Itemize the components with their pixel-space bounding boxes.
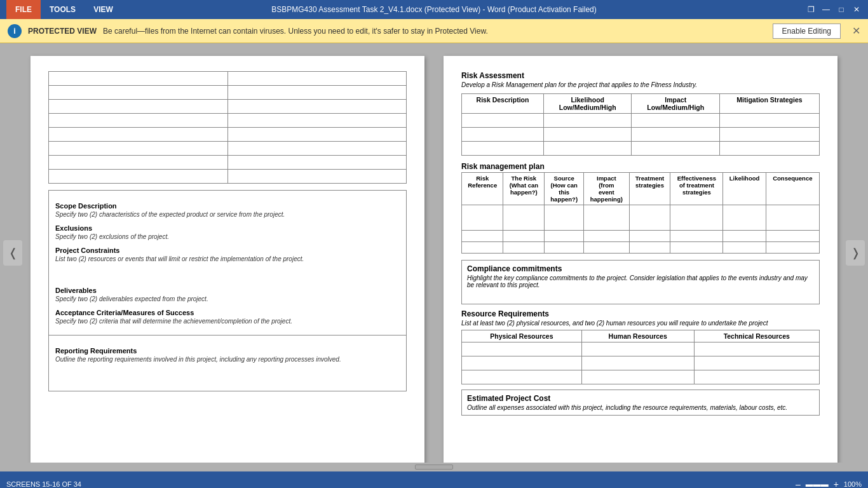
resource-subtitle: List at least two (2) physical resources…: [461, 320, 820, 327]
protected-label: PROTECTED VIEW: [28, 27, 97, 36]
res-col3: Technical Resources: [694, 330, 819, 342]
resource-table: Physical Resources Human Resources Techn…: [461, 330, 820, 384]
exclusions-title: Exclusions: [55, 224, 400, 232]
risk-assessment-table: Risk Description LikelihoodLow/Medium/Hi…: [461, 93, 820, 156]
tab-tools[interactable]: TOOLS: [41, 0, 85, 19]
risk-assessment-subtitle: Develop a Risk Management plan for the p…: [461, 81, 820, 88]
rm-col1: RiskReference: [462, 173, 503, 205]
resource-requirements-section: Resource Requirements List at least two …: [461, 309, 820, 384]
exclusions-subtitle: Specify two (2) exclusions of the projec…: [55, 233, 400, 240]
estimated-cost-section: Estimated Project Cost Outline all expen…: [461, 390, 820, 416]
acceptance-subtitle: Specify two (2) criteria that will deter…: [55, 318, 400, 325]
res-col2: Human Resources: [581, 330, 694, 342]
rm-col2: The Risk(What canhappen?): [503, 173, 545, 205]
close-protected-bar[interactable]: ✕: [852, 25, 860, 37]
rm-col5: Treatmentstrategies: [629, 173, 670, 205]
document-area: ❬ Scope Description Specify two (2) char…: [0, 43, 868, 463]
acceptance-title: Acceptance Criteria/Measures of Success: [55, 309, 400, 316]
protected-view-bar: i PROTECTED VIEW Be careful—files from t…: [0, 19, 868, 43]
zoom-plus[interactable]: +: [834, 479, 839, 488]
rm-col7: Likelihood: [723, 173, 766, 205]
header-table: [48, 71, 407, 184]
rm-col3: Source(How canthishappen?): [545, 173, 584, 205]
rm-col4: Impact(fromeventhappening): [584, 173, 630, 205]
cost-title: Estimated Project Cost: [467, 394, 814, 403]
deliverables-subtitle: Specify two (2) deliverables expected fr…: [55, 295, 400, 302]
zoom-slider[interactable]: ▬▬▬: [806, 480, 829, 488]
cost-subtitle: Outline all expenses associated with thi…: [467, 404, 814, 411]
rm-col8: Consequence: [766, 173, 819, 205]
left-page: Scope Description Specify two (2) charac…: [31, 56, 424, 463]
risk-management-section: Risk management plan RiskReference The R…: [461, 162, 820, 254]
res-col1: Physical Resources: [462, 330, 582, 342]
risk-assessment-section: Risk Assessment Develop a Risk Managemen…: [461, 71, 820, 156]
constraints-title: Project Constraints: [55, 247, 400, 254]
zoom-icon[interactable]: –: [796, 479, 801, 488]
scope-title: Scope Description: [55, 202, 400, 210]
window-title: BSBPMG430 Assessment Task 2_V4.1.docx (P…: [271, 5, 597, 14]
compliance-section: Compliance commitments Highlight the key…: [461, 260, 820, 304]
deliverables-title: Deliverables: [55, 287, 400, 294]
ra-col2: LikelihoodLow/Medium/High: [543, 94, 632, 114]
tab-file[interactable]: FILE: [6, 0, 41, 19]
risk-management-table: RiskReference The Risk(What canhappen?) …: [461, 172, 820, 254]
enable-editing-button[interactable]: Enable Editing: [773, 24, 841, 39]
window-controls: ❒ ― □ ✕: [806, 4, 862, 15]
compliance-subtitle: Highlight the key compliance commitments…: [467, 274, 814, 288]
protected-message: Be careful—files from the Internet can c…: [103, 27, 766, 36]
status-bar: SCREENS 15-16 OF 34 – ▬▬▬ + 100%: [0, 471, 868, 488]
screens-indicator: SCREENS 15-16 OF 34: [6, 480, 81, 488]
compliance-title: Compliance commitments: [467, 264, 814, 273]
scroll-thumb[interactable]: [415, 464, 453, 470]
zoom-level: 100%: [844, 480, 862, 488]
ra-col3: ImpactLow/Medium/High: [632, 94, 720, 114]
restore-btn[interactable]: ❒: [806, 4, 816, 15]
right-page: Risk Assessment Develop a Risk Managemen…: [444, 56, 837, 463]
tab-view[interactable]: VIEW: [85, 0, 122, 19]
constraints-subtitle: List two (2) resources or events that wi…: [55, 255, 400, 262]
reporting-title: Reporting Requirements: [55, 347, 400, 355]
risk-assessment-title: Risk Assessment: [461, 71, 820, 80]
nav-previous[interactable]: ❬: [3, 240, 22, 266]
reporting-subtitle: Outline the reporting requirements invol…: [55, 356, 400, 363]
ra-col1: Risk Description: [462, 94, 544, 114]
status-right: – ▬▬▬ + 100%: [796, 479, 862, 488]
title-bar: FILE TOOLS VIEW BSBPMG430 Assessment Tas…: [0, 0, 868, 19]
minimize-btn[interactable]: ―: [821, 4, 831, 15]
risk-management-title: Risk management plan: [461, 162, 820, 171]
status-left: SCREENS 15-16 OF 34: [6, 480, 81, 488]
title-tabs: FILE TOOLS VIEW: [6, 0, 122, 19]
close-btn[interactable]: ✕: [851, 4, 862, 15]
scope-subtitle: Specify two (2) characteristics of the e…: [55, 211, 400, 218]
protected-icon: i: [8, 24, 22, 38]
maximize-btn[interactable]: □: [836, 4, 846, 15]
resource-title: Resource Requirements: [461, 309, 820, 318]
rm-col6: Effectivenessof treatmentstrategies: [670, 173, 723, 205]
ra-col4: Mitigation Strategies: [719, 94, 819, 114]
nav-next[interactable]: ❭: [846, 240, 865, 266]
